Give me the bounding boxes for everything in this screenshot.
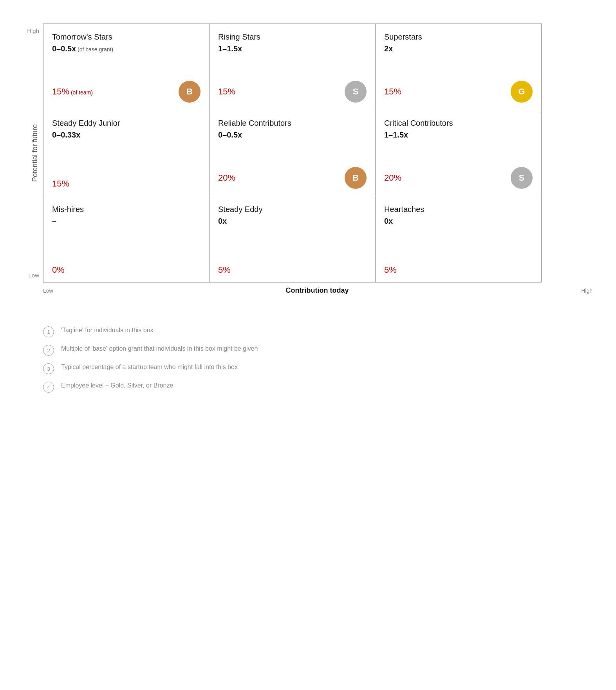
matrix-cell-superstars: Superstars 2x 15% G — [376, 24, 542, 110]
cell-title: Steady Eddy — [218, 204, 367, 214]
cell-percentage: 20% — [218, 173, 235, 183]
legend-number-2: 2 — [43, 345, 54, 356]
x-axis-inner: Low Contribution today High — [43, 286, 593, 295]
matrix-with-annotations: Tomorrow's Stars 0–0.5x (of base grant) … — [43, 24, 593, 283]
avatar-silver: S — [511, 167, 533, 189]
cell-bottom: 20% B — [218, 155, 367, 189]
cell-bottom: 5% — [384, 253, 533, 275]
x-axis-low: Low — [43, 288, 53, 294]
cell-title: Tomorrow's Stars — [52, 32, 201, 42]
legend-number-3: 3 — [43, 363, 54, 374]
legend-item-3: 3 Typical percentage of a startup team w… — [43, 363, 593, 374]
matrix-grid: Tomorrow's Stars 0–0.5x (of base grant) … — [43, 24, 542, 283]
legend-number-1: 1 — [43, 326, 54, 337]
annotation-area: 1234 — [542, 24, 593, 283]
legend-item-2: 2 Multiple of 'base' option grant that i… — [43, 344, 593, 356]
legend-section: 1 'Tagline' for individuals in this box … — [23, 326, 593, 400]
cell-bottom: 15% (of team) B — [52, 69, 201, 103]
cell-bottom: 15% S — [218, 69, 367, 103]
cell-title: Superstars — [384, 32, 533, 42]
cell-bottom: 0% — [52, 253, 201, 275]
outer-container: High Potential for future Low Tomorrow's… — [23, 16, 593, 400]
cell-multiplier: 1–1.5x — [384, 130, 533, 139]
x-axis-high: High — [581, 288, 593, 294]
cell-percentage: 5% — [218, 265, 231, 275]
legend-text-2: Multiple of 'base' option grant that ind… — [61, 344, 258, 353]
cell-percentage: 15% (of team) — [52, 87, 93, 97]
matrix-cell-mis-hires: Mis-hires – 0% — [43, 196, 210, 283]
matrix-cell-rising-stars: Rising Stars 1–1.5x 15% S — [210, 24, 376, 110]
cell-percentage: 20% — [384, 173, 401, 183]
cell-percentage: 5% — [384, 265, 397, 275]
cell-title: Heartaches — [384, 204, 533, 214]
cell-percentage: 0% — [52, 265, 65, 275]
cell-title: Rising Stars — [218, 32, 367, 42]
x-axis-title: Contribution today — [285, 286, 349, 295]
cell-percentage: 15% — [218, 87, 235, 97]
y-axis-low: Low — [28, 272, 39, 279]
legend-item-4: 4 Employee level – Gold, Silver, or Bron… — [43, 381, 593, 393]
cell-bottom: 5% — [218, 253, 367, 275]
avatar-gold: G — [511, 81, 533, 103]
cell-title: Mis-hires — [52, 204, 201, 214]
cell-multiplier: 0–0.5x — [218, 130, 367, 139]
legend-text-3: Typical percentage of a startup team who… — [61, 363, 238, 371]
cell-bottom: 20% S — [384, 155, 533, 189]
avatar-silver: S — [345, 81, 367, 103]
cell-multiplier: 0–0.5x (of base grant) — [52, 44, 201, 53]
cell-title: Steady Eddy Junior — [52, 118, 201, 128]
cell-multiplier: 0x — [218, 217, 367, 226]
cell-bottom: 15% — [52, 167, 201, 189]
cell-multiplier: 2x — [384, 44, 533, 53]
cell-percentage: 15% — [52, 179, 69, 189]
avatar-bronze: B — [179, 81, 201, 103]
cell-multiplier: – — [52, 217, 201, 226]
cell-multiplier: 1–1.5x — [218, 44, 367, 53]
cell-bottom: 15% G — [384, 69, 533, 103]
cell-multiplier-note: (of base grant) — [76, 46, 113, 53]
x-axis-row: Low Contribution today High — [23, 286, 593, 295]
legend-text-4: Employee level – Gold, Silver, or Bronze — [61, 381, 173, 390]
legend-text-1: 'Tagline' for individuals in this box — [61, 326, 154, 335]
matrix-area: High Potential for future Low Tomorrow's… — [23, 24, 593, 283]
matrix-cell-heartaches: Heartaches 0x 5% — [376, 196, 542, 283]
y-axis-label: Potential for future — [31, 34, 39, 272]
matrix-cell-steady-eddy: Steady Eddy 0x 5% — [210, 196, 376, 283]
cell-percentage-note: (of team) — [69, 89, 93, 96]
legend-number-4: 4 — [43, 382, 54, 393]
cell-title: Reliable Contributors — [218, 118, 367, 128]
legend-item-1: 1 'Tagline' for individuals in this box — [43, 326, 593, 337]
matrix-cell-steady-eddy-junior: Steady Eddy Junior 0–0.33x 15% — [43, 110, 210, 196]
avatar-bronze: B — [345, 167, 367, 189]
matrix-cell-tomorrows-stars: Tomorrow's Stars 0–0.5x (of base grant) … — [43, 24, 210, 110]
cell-multiplier: 0–0.33x — [52, 130, 201, 139]
cell-title: Critical Contributors — [384, 118, 533, 128]
y-axis-high: High — [27, 27, 39, 34]
cell-percentage: 15% — [384, 87, 401, 97]
cell-multiplier: 0x — [384, 217, 533, 226]
matrix-cell-reliable-contributors: Reliable Contributors 0–0.5x 20% B — [210, 110, 376, 196]
matrix-cell-critical-contributors: Critical Contributors 1–1.5x 20% S — [376, 110, 542, 196]
